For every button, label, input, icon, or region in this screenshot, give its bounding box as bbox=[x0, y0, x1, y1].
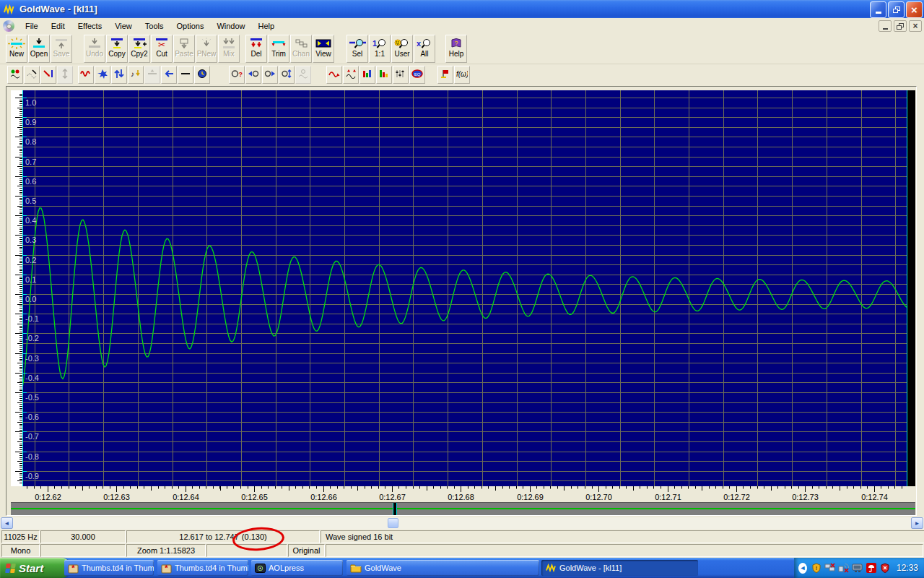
horizontal-scrollbar[interactable]: ◄ ► bbox=[0, 517, 924, 530]
overview-bar[interactable] bbox=[11, 502, 915, 515]
wireless-disconnected-icon[interactable] bbox=[838, 562, 850, 574]
minimize-button[interactable] bbox=[870, 1, 886, 18]
effect-dynamics-button bbox=[57, 66, 73, 84]
y-axis-label: -0.4 bbox=[25, 374, 39, 382]
child-restore-button[interactable] bbox=[894, 20, 907, 32]
menu-view[interactable]: View bbox=[108, 20, 139, 33]
effect-reverse-button[interactable] bbox=[161, 66, 177, 84]
delete-button[interactable]: Del bbox=[245, 35, 267, 63]
effect-playback-rate-button[interactable] bbox=[376, 66, 392, 84]
scroll-right-button[interactable]: ► bbox=[911, 517, 923, 529]
effect-mechanize-button[interactable]: ♪ bbox=[128, 66, 144, 84]
cut-button[interactable]: ✂Cut bbox=[151, 35, 173, 63]
effect-change-volume-button[interactable] bbox=[279, 66, 295, 84]
effect-volume-matcher-button[interactable]: ? bbox=[229, 66, 245, 84]
menu-file[interactable]: File bbox=[19, 20, 45, 33]
zoom-selection-button[interactable]: Sel bbox=[346, 35, 368, 63]
effect-doppler-button[interactable] bbox=[7, 66, 23, 84]
avira-antivirus-icon[interactable] bbox=[866, 562, 877, 574]
y-axis-label: 0.0 bbox=[25, 296, 36, 303]
y-axis-label: 1.0 bbox=[25, 99, 36, 107]
tray-clock[interactable]: 12:33 bbox=[897, 563, 918, 573]
goldwave-icon bbox=[545, 563, 557, 573]
taskbar-button-thumbs-2[interactable]: *Thumbs.td4 in Thumb... bbox=[157, 560, 248, 576]
menu-help[interactable]: Help bbox=[252, 20, 282, 33]
menu-edit[interactable]: Edit bbox=[45, 20, 71, 33]
fade-out-icon bbox=[264, 69, 276, 82]
child-minimize-button[interactable] bbox=[879, 20, 892, 32]
zoom-all-button[interactable]: xAll bbox=[414, 35, 435, 63]
restore-button[interactable] bbox=[888, 1, 905, 18]
effect-expression-evaluator-button[interactable]: f(ω) bbox=[454, 66, 470, 84]
effect-parametric-eq-button[interactable] bbox=[393, 66, 409, 84]
time-ruler[interactable]: 0:12.620:12.630:12.640:12.650:12.660:12.… bbox=[11, 486, 915, 502]
filter-icon bbox=[97, 69, 108, 82]
trim-icon bbox=[269, 36, 289, 50]
copy-to-button[interactable]: Cpy2 bbox=[128, 35, 150, 63]
compressor-icon bbox=[345, 69, 357, 82]
close-button[interactable]: × bbox=[906, 1, 923, 18]
copy-button[interactable]: Copy bbox=[106, 35, 128, 63]
menu-options[interactable]: Options bbox=[170, 20, 210, 33]
effect-compressor-button[interactable] bbox=[343, 66, 359, 84]
svg-text:0:12.71: 0:12.71 bbox=[655, 493, 681, 501]
effect-equalizer-button[interactable]: EQ bbox=[409, 66, 425, 84]
zoom-all-icon: x bbox=[414, 36, 435, 50]
effect-silence-button[interactable] bbox=[178, 66, 193, 84]
zoom-1-1-button[interactable]: 11:1 bbox=[369, 35, 391, 63]
effect-expression-draw-button[interactable] bbox=[24, 66, 40, 84]
effect-echo-button[interactable] bbox=[40, 66, 56, 84]
taskbar-button-label: GoldWave - [kl11] bbox=[559, 564, 622, 572]
y-axis-label: 0.2 bbox=[25, 256, 36, 264]
scroll-left-button[interactable]: ◄ bbox=[1, 517, 13, 529]
start-button[interactable]: Start bbox=[0, 558, 70, 578]
view-window-end-marker bbox=[396, 503, 397, 515]
svg-text:✂: ✂ bbox=[158, 40, 165, 49]
toolbar-label: Undo bbox=[84, 50, 105, 59]
mechanize-icon: ♪ bbox=[130, 69, 141, 82]
effect-offset-button bbox=[144, 66, 160, 84]
sound-window-system-icon[interactable] bbox=[3, 20, 14, 32]
y-axis-label: -0.6 bbox=[25, 413, 39, 421]
menu-tools[interactable]: Tools bbox=[139, 20, 170, 33]
svg-text:0:12.68: 0:12.68 bbox=[448, 493, 474, 501]
amplitude-ruler[interactable] bbox=[11, 90, 22, 486]
new-icon bbox=[6, 36, 27, 50]
security-shield-warning-icon[interactable]: ! bbox=[811, 562, 822, 574]
taskbar-button-goldwave-folder[interactable]: GoldWave bbox=[346, 560, 539, 576]
menu-effects[interactable]: Effects bbox=[71, 20, 108, 33]
effect-cue-marker-button[interactable] bbox=[437, 66, 453, 84]
open-button[interactable]: Open bbox=[28, 35, 50, 63]
hide-icons-button[interactable]: ◄ bbox=[798, 563, 807, 574]
scrollbar-thumb[interactable] bbox=[388, 518, 398, 528]
waveform-plot[interactable]: 1.00.90.80.70.60.50.40.30.20.10.0-0.1-0.… bbox=[22, 90, 907, 486]
paste-button: Paste bbox=[173, 35, 195, 63]
paste-new-button: PNew bbox=[196, 35, 217, 63]
network-disconnected-icon[interactable] bbox=[824, 562, 836, 574]
svg-text:♪: ♪ bbox=[131, 70, 134, 78]
taskbar-button-aolpress[interactable]: AOLpress bbox=[251, 560, 343, 576]
zoom-user-button[interactable]: User bbox=[391, 35, 413, 63]
taskbar-button-goldwave-app[interactable]: GoldWave - [kl11] bbox=[541, 560, 698, 576]
effect-flange-button[interactable] bbox=[78, 66, 94, 84]
child-close-button[interactable]: × bbox=[909, 20, 922, 32]
taskbar-button-thumbs-1[interactable]: *Thumbs.td4 in Thumb... bbox=[64, 560, 154, 576]
menu-window[interactable]: Window bbox=[210, 20, 251, 33]
view-button[interactable]: View bbox=[313, 35, 334, 63]
thumbs-icon: * bbox=[68, 563, 79, 574]
display-icon[interactable] bbox=[852, 562, 863, 574]
help-button[interactable]: ?Help bbox=[445, 35, 467, 63]
trim-button[interactable]: Trim bbox=[268, 35, 289, 63]
new-button[interactable]: New bbox=[6, 35, 27, 63]
effect-pitch-button[interactable] bbox=[359, 66, 375, 84]
y-axis-label: -0.7 bbox=[25, 433, 39, 441]
effect-fade-out-button[interactable] bbox=[262, 66, 278, 84]
security-alert-icon[interactable] bbox=[879, 562, 891, 574]
effect-time-warp-button[interactable] bbox=[194, 66, 210, 84]
effect-interpolate-button[interactable] bbox=[111, 66, 127, 84]
effect-fade-in-button[interactable] bbox=[245, 66, 261, 84]
volume-matcher-icon: ? bbox=[231, 69, 243, 82]
effect-maximize-volume-button[interactable] bbox=[326, 66, 342, 84]
effect-filter-button[interactable] bbox=[95, 66, 110, 84]
taskbar-button-label: GoldWave bbox=[365, 564, 401, 572]
